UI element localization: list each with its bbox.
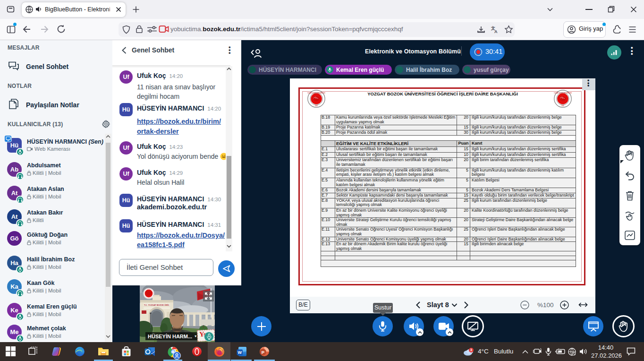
svg-text:3: 3 [470,348,472,352]
svg-text:2006: 2006 [561,105,564,107]
svg-text:2006: 2006 [315,105,318,107]
svg-text:A: A [494,29,498,34]
svg-text:T.C. YOZGAT BOZOK ÜNİV.: T.C. YOZGAT BOZOK ÜNİV. [144,304,169,306]
svg-text:W: W [237,350,242,355]
svg-text:P: P [262,350,265,355]
